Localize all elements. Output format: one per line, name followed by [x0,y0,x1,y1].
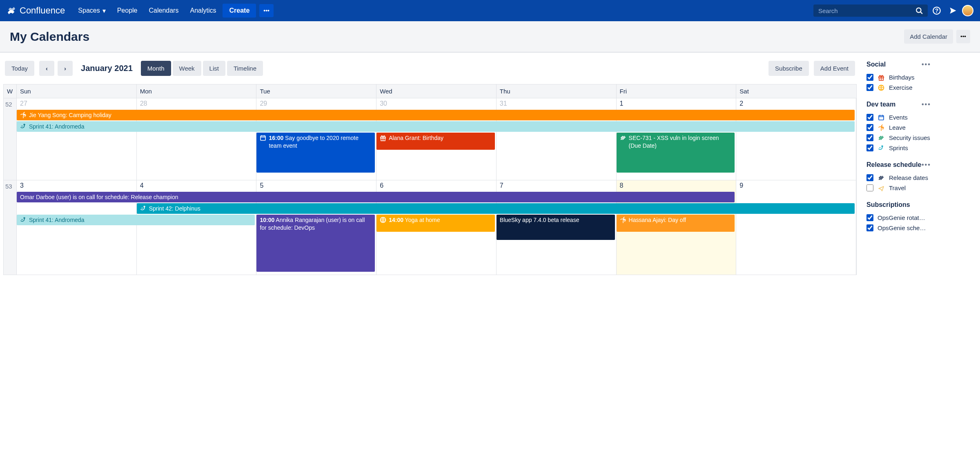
calendar-event[interactable]: Sprint 42: Delphinus [137,203,855,214]
calendar-event[interactable]: Sprint 41: Andromeda [17,121,855,132]
sidebar-item-label: Leave [889,124,906,131]
sidebar-group-more[interactable]: ••• [922,161,977,169]
sidebar-item[interactable]: Exercise [866,82,977,93]
nav-spaces[interactable]: Spaces ▾ [73,4,110,18]
week-header: W [4,84,17,98]
day-number: 8 [617,180,736,191]
calendar-toggle-checkbox[interactable] [866,134,873,141]
subscribe-button[interactable]: Subscribe [768,61,809,76]
day-number: 4 [137,180,256,191]
day-number: 29 [256,98,376,109]
calendar-event[interactable]: Jie Yang Song: Camping holiday [17,110,855,120]
sidebar-item-label: Exercise [889,84,913,91]
period-label: January 2021 [81,64,133,73]
sidebar-group-title: Subscriptions [866,201,977,209]
calendar-event[interactable]: BlueSky app 7.4.0 beta release [497,215,615,240]
create-button[interactable]: Create [223,4,256,18]
sec-icon [878,135,884,141]
day-number: 6 [376,180,496,191]
help-icon[interactable]: ? [929,3,944,18]
page-header: My Calendars Add Calendar ••• [0,21,980,53]
sidebar-group-title: Dev team [866,101,922,108]
today-button[interactable]: Today [5,61,34,76]
add-calendar-button[interactable]: Add Calendar [904,29,953,44]
calendar-event[interactable]: 14:00 Yoga at home [376,215,495,232]
calendar-event[interactable]: 16:00 Say goodbye to 2020 remote team ev… [256,133,375,173]
calendar-toggle-checkbox[interactable] [866,184,873,191]
sidebar-item[interactable]: OpsGenie sche… [866,223,977,233]
gift-icon [878,74,884,81]
day-cell[interactable]: 9 [736,180,856,275]
nav-calendars[interactable]: Calendars [144,4,184,18]
calendar-toolbar: Today ‹ › January 2021 MonthWeekListTime… [3,61,857,76]
sidebar-item[interactable]: Release dates [866,173,977,183]
sidebar-item[interactable]: Travel [866,183,977,193]
calendar-event[interactable]: SEC-731 - XSS vuln in login screen (Due … [617,133,735,173]
sidebar-item[interactable]: Leave [866,122,977,133]
day-header: Sat [736,84,856,98]
calendar-toggle-checkbox[interactable] [866,224,873,231]
sidebar-group-more[interactable]: ••• [922,61,977,68]
sidebar-item-label: OpsGenie sche… [878,224,926,231]
view-tab-week[interactable]: Week [173,61,201,76]
sidebar-item[interactable]: Sprints [866,143,977,153]
next-button[interactable]: › [58,61,73,76]
calendar-event[interactable]: Sprint 41: Andromeda [17,215,255,225]
calendar-toggle-checkbox[interactable] [866,84,873,91]
sec-icon [878,175,884,181]
sec-icon [878,135,885,141]
day-number: 1 [617,98,736,109]
calendar-toggle-checkbox[interactable] [866,124,873,131]
sidebar-group: Release schedule•••Release datesTravel [866,161,977,193]
day-number: 2 [736,98,856,109]
search-input[interactable] [818,7,912,14]
day-number: 28 [137,98,256,109]
calendar-row: 52272829303112Jie Yang Song: Camping hol… [4,98,856,180]
search-icon [915,7,923,14]
calendar-toggle-checkbox[interactable] [866,144,873,151]
sec-icon [620,135,626,141]
nav-more-button[interactable]: ••• [259,4,274,17]
calendar-event[interactable]: Hassana Ajayi: Day off [617,215,735,232]
sidebar-group: SubscriptionsOpsGenie rotat…OpsGenie sch… [866,201,977,233]
calendar-event[interactable]: 10:00 Annika Rangarajan (user) is on cal… [256,215,375,272]
palm-icon [20,112,27,118]
confluence-logo[interactable]: Confluence [7,5,65,16]
view-tab-month[interactable]: Month [141,61,171,76]
sidebar-item[interactable]: Security issues [866,133,977,143]
sidebar-item-label: Security issues [889,134,930,141]
nav-analytics[interactable]: Analytics [185,4,221,18]
search-box[interactable] [813,4,928,17]
brand-text: Confluence [20,5,65,16]
sidebar-item-label: Events [889,114,908,121]
top-nav: Confluence Spaces ▾ People Calendars Ana… [0,0,980,21]
palm-icon [878,124,884,131]
day-number: 27 [17,98,136,109]
sidebar-group-more[interactable]: ••• [922,101,977,108]
cal-icon [878,114,885,121]
svg-text:?: ? [935,8,938,14]
calendar-event[interactable]: Alana Grant: Birthday [376,133,495,150]
user-avatar[interactable] [962,5,973,16]
sidebar-item[interactable]: OpsGenie rotat… [866,213,977,223]
view-tab-timeline[interactable]: Timeline [227,61,263,76]
add-event-button[interactable]: Add Event [814,61,855,76]
sidebar-item-label: Sprints [889,144,908,151]
nav-people[interactable]: People [112,4,143,18]
sidebar-item-label: Release dates [889,174,928,181]
palm-icon [620,217,626,223]
calendar-toggle-checkbox[interactable] [866,214,873,221]
calendar-toggle-checkbox[interactable] [866,74,873,81]
sidebar-item-label: Birthdays [889,74,915,81]
calendar-toggle-checkbox[interactable] [866,114,873,121]
sidebar-group: Dev team•••EventsLeaveSecurity issuesSpr… [866,101,977,153]
calendar-toggle-checkbox[interactable] [866,174,873,181]
sidebar-item[interactable]: Events [866,112,977,122]
header-more-button[interactable]: ••• [956,30,970,43]
calendar-event[interactable]: Omar Darboe (user) is on call for schedu… [17,192,735,202]
prev-button[interactable]: ‹ [39,61,54,76]
sidebar-item[interactable]: Birthdays [866,72,977,82]
view-tabs: MonthWeekListTimeline [141,61,265,76]
view-tab-list[interactable]: List [203,61,225,76]
notifications-icon[interactable] [946,3,960,18]
